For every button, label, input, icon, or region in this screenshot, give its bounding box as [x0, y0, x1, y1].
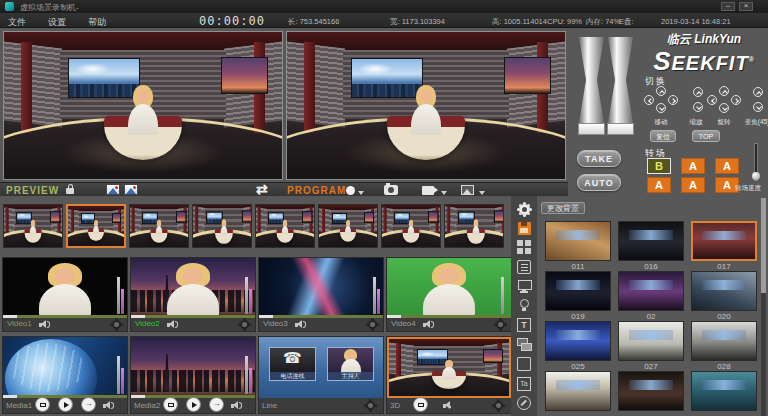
- host-source[interactable]: 主持人: [327, 347, 374, 381]
- gallery-scrollbar-thumb[interactable]: [761, 198, 766, 293]
- camera-angle-thumbnail[interactable]: [66, 204, 126, 248]
- speaker-icon[interactable]: [231, 401, 244, 410]
- t-bar-right[interactable]: [608, 37, 633, 123]
- scale-down-button[interactable]: [693, 102, 703, 112]
- speaker-icon[interactable]: [295, 320, 308, 329]
- transition-a1-button[interactable]: A: [681, 158, 705, 174]
- stream-dropdown-icon[interactable]: [441, 191, 447, 195]
- video2-panel[interactable]: Video2: [130, 257, 256, 332]
- light-bulb-icon[interactable]: [517, 299, 531, 313]
- play-button[interactable]: [58, 397, 73, 412]
- camera-angle-thumbnail[interactable]: [129, 204, 189, 248]
- speaker-icon[interactable]: [103, 401, 116, 410]
- video1-panel[interactable]: Video1: [2, 257, 128, 332]
- record-icon[interactable]: [346, 186, 355, 195]
- move-up-button[interactable]: [656, 86, 666, 96]
- video3-thumbnail[interactable]: [259, 258, 383, 318]
- scene3d-panel[interactable]: 3D: [386, 336, 512, 414]
- loop-button[interactable]: →: [209, 397, 224, 412]
- move-right-button[interactable]: [668, 95, 678, 105]
- video1-thumbnail[interactable]: [3, 258, 127, 318]
- camera-angle-thumbnail[interactable]: [3, 204, 63, 248]
- open-file-button[interactable]: [35, 397, 50, 412]
- list-icon[interactable]: [517, 260, 531, 274]
- change-background-button[interactable]: 更改背景: [541, 202, 585, 214]
- scene-item[interactable]: 016: [618, 221, 684, 270]
- media1-panel[interactable]: Media1 →: [2, 336, 128, 414]
- scale-up-button[interactable]: [693, 87, 703, 97]
- snapshot-camera-icon[interactable]: [384, 185, 398, 195]
- media1-thumbnail[interactable]: [3, 337, 127, 398]
- camera-angle-thumbnail[interactable]: [192, 204, 252, 248]
- preview-monitor[interactable]: [3, 31, 283, 180]
- video4-panel[interactable]: Video4: [386, 257, 512, 332]
- scene-item[interactable]: 027: [618, 321, 684, 370]
- auto-button[interactable]: AUTO: [577, 174, 621, 191]
- menu-file[interactable]: 文件: [8, 16, 26, 29]
- camera-angle-thumbnail[interactable]: [255, 204, 315, 248]
- subtitle-icon[interactable]: Ta: [517, 377, 531, 391]
- save-icon[interactable]: [518, 222, 531, 235]
- open-file-button[interactable]: [413, 397, 428, 412]
- pen-tool-icon[interactable]: [517, 396, 531, 410]
- transition-a4-button[interactable]: A: [681, 177, 705, 193]
- minimize-button[interactable]: –: [721, 2, 735, 11]
- scene-item[interactable]: 02: [618, 271, 684, 320]
- t-bar-left[interactable]: [579, 37, 604, 123]
- menu-help[interactable]: 帮助: [88, 16, 106, 29]
- settings-gear-icon[interactable]: [519, 204, 530, 215]
- zoom-in-button[interactable]: [753, 87, 763, 97]
- video3-panel[interactable]: Video3: [258, 257, 384, 332]
- rotate-left-button[interactable]: [707, 95, 717, 105]
- stream-camcorder-icon[interactable]: [422, 186, 434, 195]
- t-bar-fader[interactable]: [579, 37, 637, 137]
- gear-icon[interactable]: [366, 401, 375, 410]
- gear-icon[interactable]: [368, 320, 377, 329]
- gear-icon[interactable]: [496, 320, 505, 329]
- scene-item[interactable]: 025: [545, 321, 611, 370]
- speaker-icon[interactable]: [167, 320, 180, 329]
- scene-item[interactable]: [545, 371, 611, 416]
- close-button[interactable]: ×: [739, 2, 753, 11]
- reset-button[interactable]: 复位: [650, 130, 676, 142]
- gear-icon[interactable]: [112, 320, 121, 329]
- gear-icon[interactable]: [494, 401, 503, 410]
- speaker-icon[interactable]: [423, 320, 436, 329]
- text-tool-icon[interactable]: T: [517, 318, 531, 332]
- take-button[interactable]: TAKE: [577, 150, 621, 167]
- scene-item[interactable]: 020: [691, 271, 757, 320]
- line-thumbnail[interactable]: ☎ 电话连线 主持人: [259, 337, 383, 398]
- gear-icon[interactable]: [240, 320, 249, 329]
- scene-item[interactable]: [618, 371, 684, 416]
- gallery-scrollbar[interactable]: [761, 198, 766, 416]
- scene-item[interactable]: 028: [691, 321, 757, 370]
- transition-b-button[interactable]: B: [647, 158, 671, 174]
- line-panel[interactable]: ☎ 电话连线 主持人 Line: [258, 336, 384, 414]
- t-bar-handle-right[interactable]: [607, 123, 634, 135]
- top-button[interactable]: TOP: [692, 130, 720, 142]
- transition-a3-button[interactable]: A: [647, 177, 671, 193]
- scene-item[interactable]: [691, 371, 757, 416]
- rotate-up-button[interactable]: [719, 86, 729, 96]
- camera-angle-thumbnail[interactable]: [381, 204, 441, 248]
- t-bar-handle-left[interactable]: [578, 123, 605, 135]
- layout-grid-icon[interactable]: [517, 240, 531, 254]
- camera-angle-thumbnail[interactable]: [444, 204, 504, 248]
- menu-settings[interactable]: 设置: [48, 16, 66, 29]
- move-down-button[interactable]: [656, 103, 666, 113]
- transition-a2-button[interactable]: A: [715, 158, 739, 174]
- set-foreground-icon[interactable]: [124, 184, 138, 195]
- open-file-button[interactable]: [163, 397, 178, 412]
- media2-thumbnail[interactable]: [131, 337, 255, 398]
- transition-speed-knob[interactable]: [752, 172, 760, 180]
- swap-icon[interactable]: ⇄: [256, 181, 268, 197]
- speaker-muted-icon[interactable]: [443, 401, 456, 410]
- camera-angle-thumbnail[interactable]: [318, 204, 378, 248]
- record-dropdown-icon[interactable]: [358, 191, 364, 195]
- lock-icon[interactable]: [66, 188, 74, 194]
- media2-panel[interactable]: Media2 →: [130, 336, 256, 414]
- picture-dropdown-icon[interactable]: [479, 191, 485, 195]
- scene-item[interactable]: 011: [545, 221, 611, 270]
- zoom-out-button[interactable]: [753, 102, 763, 112]
- monitor-icon[interactable]: [517, 279, 531, 293]
